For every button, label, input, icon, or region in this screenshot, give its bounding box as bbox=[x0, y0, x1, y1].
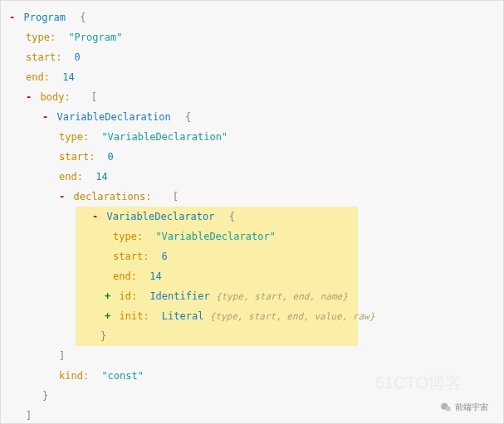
prop-type[interactable]: type: "Program" bbox=[9, 27, 495, 47]
colon: : bbox=[83, 131, 89, 143]
open-bracket: [ bbox=[91, 91, 97, 103]
close-bracket-row: ] bbox=[9, 346, 495, 366]
highlighted-node: - VariableDeclarator { type: "VariableDe… bbox=[92, 207, 350, 346]
colon: : bbox=[145, 191, 151, 202]
collapse-icon[interactable]: - bbox=[59, 191, 65, 202]
colon: : bbox=[56, 51, 61, 63]
value: 14 bbox=[149, 270, 161, 282]
open-bracket: [ bbox=[173, 191, 179, 202]
open-brace: { bbox=[229, 211, 235, 222]
close-bracket-row: ] bbox=[9, 406, 495, 424]
prop-type[interactable]: type: "VariableDeclaration" bbox=[9, 127, 495, 147]
value: Identifier bbox=[149, 290, 209, 302]
key-label: start bbox=[59, 151, 89, 163]
vardeclr-node[interactable]: - VariableDeclarator { bbox=[92, 207, 350, 227]
expand-icon[interactable]: + bbox=[105, 290, 110, 302]
expand-icon[interactable]: + bbox=[105, 310, 110, 322]
colon: : bbox=[143, 251, 149, 262]
value: 6 bbox=[162, 251, 168, 262]
key-label: type bbox=[26, 32, 50, 43]
prop-id[interactable]: + id: Identifier {type, start, end, name… bbox=[92, 286, 350, 306]
close-brace: } bbox=[42, 390, 48, 402]
value: Literal bbox=[162, 310, 204, 322]
value: "VariableDeclaration" bbox=[101, 131, 228, 143]
value: "VariableDeclarator" bbox=[155, 231, 276, 242]
prop-start[interactable]: start: 0 bbox=[9, 147, 495, 167]
colon: : bbox=[143, 310, 149, 322]
colon: : bbox=[50, 32, 56, 43]
program-node[interactable]: - Program { bbox=[9, 7, 495, 27]
close-bracket: ] bbox=[26, 410, 32, 422]
close-bracket: ] bbox=[59, 350, 65, 362]
colon: : bbox=[83, 370, 89, 382]
key-label: end bbox=[59, 171, 77, 183]
colon: : bbox=[131, 270, 137, 282]
key-label: id bbox=[119, 290, 130, 302]
prop-start[interactable]: start: 6 bbox=[92, 246, 350, 266]
prop-type[interactable]: type: "VariableDeclarator" bbox=[92, 227, 350, 246]
preview-hint: {type, start, end, value, raw} bbox=[210, 311, 375, 322]
key-label: kind bbox=[59, 370, 83, 382]
prop-declarations[interactable]: - declarations: [ bbox=[9, 187, 495, 207]
close-brace: } bbox=[100, 330, 106, 342]
prop-end[interactable]: end: 14 bbox=[9, 67, 495, 87]
prop-start[interactable]: start: 0 bbox=[9, 47, 495, 67]
key-label: start bbox=[113, 251, 143, 262]
svg-point-1 bbox=[446, 407, 451, 412]
collapse-icon[interactable]: - bbox=[9, 12, 15, 23]
collapse-icon[interactable]: - bbox=[92, 211, 98, 222]
prop-end[interactable]: end: 14 bbox=[9, 167, 495, 187]
key-label: start bbox=[26, 51, 56, 63]
close-brace-row: } bbox=[92, 326, 350, 346]
value: 14 bbox=[95, 171, 107, 183]
node-type: VariableDeclarator bbox=[106, 211, 214, 222]
value: 0 bbox=[75, 51, 81, 63]
open-brace: { bbox=[185, 111, 191, 123]
colon: : bbox=[44, 71, 50, 83]
key-label: init bbox=[119, 310, 143, 322]
colon: : bbox=[137, 231, 143, 242]
open-brace: { bbox=[80, 12, 86, 23]
prop-end[interactable]: end: 14 bbox=[92, 266, 350, 286]
prop-init[interactable]: + init: Literal {type, start, end, value… bbox=[92, 306, 350, 326]
key-label: declarations bbox=[73, 191, 145, 202]
watermark-front: 前端宇宙 bbox=[440, 402, 488, 413]
value: 0 bbox=[108, 151, 114, 163]
watermark-back: 51CTO博客 bbox=[375, 372, 462, 394]
key-label: body bbox=[40, 91, 64, 103]
collapse-icon[interactable]: - bbox=[42, 111, 48, 123]
value: 14 bbox=[62, 71, 74, 83]
prop-body[interactable]: - body: [ bbox=[9, 87, 495, 107]
colon: : bbox=[77, 171, 83, 183]
collapse-icon[interactable]: - bbox=[26, 91, 32, 103]
watermark-text: 前端宇宙 bbox=[455, 402, 488, 413]
key-label: end bbox=[26, 71, 44, 83]
preview-hint: {type, start, end, name} bbox=[216, 291, 348, 302]
key-label: end bbox=[113, 270, 131, 282]
colon: : bbox=[89, 151, 95, 163]
wechat-icon bbox=[440, 402, 452, 413]
node-type: VariableDeclaration bbox=[56, 111, 170, 123]
value: "const" bbox=[101, 370, 144, 382]
value: "Program" bbox=[68, 32, 122, 43]
key-label: type bbox=[59, 131, 83, 143]
colon: : bbox=[64, 91, 70, 103]
vardecl-node[interactable]: - VariableDeclaration { bbox=[9, 107, 495, 127]
colon: : bbox=[131, 290, 137, 302]
ast-tree-view: - Program { type: "Program" start: 0 end… bbox=[0, 0, 504, 424]
node-type: Program bbox=[23, 12, 66, 23]
key-label: type bbox=[113, 231, 137, 242]
